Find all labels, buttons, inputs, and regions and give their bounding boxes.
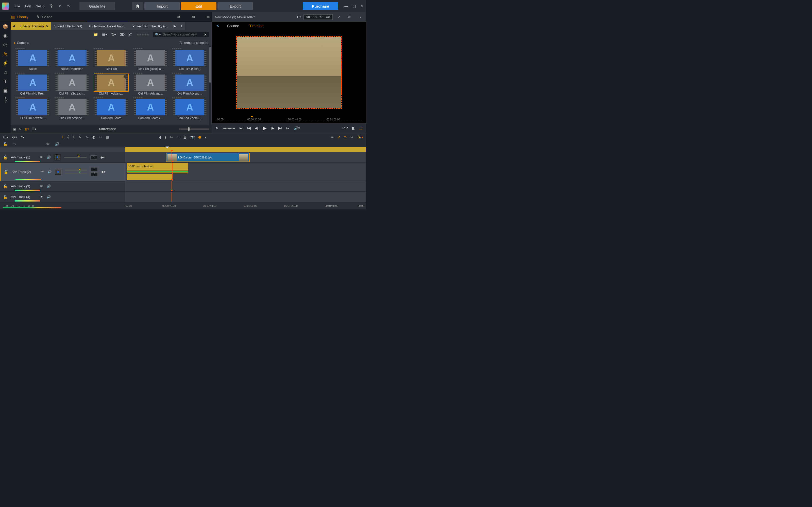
undo-icon[interactable]: ↶ (57, 3, 63, 9)
track-body[interactable]: LO4D.com - Test.avi (125, 163, 366, 181)
expand-icon[interactable]: ⤢ (336, 14, 342, 20)
crop-icon[interactable]: ⬚ (359, 126, 363, 130)
track-eye-icon[interactable]: 👁 (40, 155, 43, 159)
tag-icon[interactable]: 🏷 (129, 33, 132, 37)
library-item[interactable]: ★★★★★ANoise Reduction (54, 47, 91, 71)
sidebar-score-icon[interactable]: 𝄞 (2, 96, 9, 103)
help-icon[interactable]: ❔ (48, 3, 54, 9)
thumbnail-zoom-slider[interactable] (179, 128, 209, 129)
loop-icon[interactable]: ↻ (215, 126, 218, 130)
sidebar-media-icon[interactable]: ◉ (2, 33, 9, 39)
step-fwd-icon[interactable]: ▶Ⅰ (278, 126, 282, 130)
goto-start-icon[interactable]: ⏮ (239, 126, 243, 130)
tabs-add-icon[interactable]: ＋ (178, 22, 185, 30)
menu-setup[interactable]: Setup (34, 3, 46, 9)
maximize-icon[interactable]: ▢ (352, 4, 356, 8)
sidebar-audio-icon[interactable]: ♫ (2, 69, 9, 75)
library-item[interactable]: ★★★★★AOld Film (Color) (171, 47, 208, 71)
library-item[interactable]: ★★★★★APan And Zoom (93, 96, 130, 120)
track-speaker-icon[interactable]: 🔊 (47, 184, 51, 188)
tabs-next-icon[interactable]: ▶ (172, 22, 178, 30)
play-icon[interactable]: ▶ (263, 125, 266, 131)
pip-button[interactable]: PiP (342, 126, 348, 130)
folder-icon[interactable]: 📁 (94, 33, 98, 37)
rating-filter[interactable]: ★★★★★ (136, 33, 149, 37)
sidebar-fx-icon[interactable]: fx (2, 51, 9, 57)
audio-clip-lower[interactable] (127, 174, 172, 180)
close-icon[interactable]: ✕ (361, 4, 364, 8)
razor-icon[interactable]: ✂ (170, 135, 173, 139)
track-lock-icon[interactable]: 🔓 (3, 184, 7, 188)
detach-icon[interactable]: ⧉ (191, 14, 196, 20)
pan-value[interactable]: 0 (91, 167, 98, 171)
library-item[interactable]: ★★★★★APan And Zoom (... (171, 96, 208, 120)
link-sync-icon[interactable]: ⇗ (337, 135, 340, 139)
vol-value[interactable]: 0 (91, 172, 98, 176)
keyframe-grid[interactable] (54, 154, 60, 161)
library-scrollbar[interactable] (209, 46, 211, 125)
sidebar-transitions-icon[interactable]: ⚡ (2, 60, 9, 66)
library-item[interactable]: ★★★★★AOld Film Advanc... (54, 96, 91, 120)
mark-in-icon[interactable]: ◖ (159, 135, 161, 139)
master-speaker-icon[interactable]: 🔊 (55, 142, 59, 146)
marker-pv-icon[interactable]: ◧ (352, 126, 355, 130)
keyframe-grid[interactable] (55, 169, 61, 175)
contrast-icon[interactable]: ◐ (92, 135, 95, 139)
autofix-icon[interactable]: ✨▾ (357, 135, 363, 139)
timeline-view-icon[interactable]: ▭ (12, 142, 16, 146)
magnet-icon[interactable]: ⊃ (344, 135, 347, 139)
list-view-icon[interactable]: ☰▾ (102, 33, 107, 37)
pan-value[interactable]: 0 (90, 155, 97, 160)
track-name[interactable]: A/V Track (1) (11, 155, 36, 159)
menu-file[interactable]: File (13, 3, 22, 9)
voiceover-icon[interactable]: 🎙 (79, 135, 82, 139)
edit-button[interactable]: Edit (181, 2, 216, 10)
redo-icon[interactable]: ↷ (66, 3, 71, 9)
gear-icon[interactable]: ⚙▾ (12, 135, 17, 139)
treble-icon[interactable]: 𝄞 (67, 135, 69, 139)
library-tab-effects[interactable]: Effects: Camera✕ (17, 22, 51, 30)
track-body[interactable] (125, 192, 366, 202)
volume-icon[interactable]: 🔊▾ (294, 126, 300, 130)
library-item[interactable]: ★★★★★AOld Film (Black a... (132, 47, 169, 71)
master-eye-icon[interactable]: 👁 (46, 142, 50, 146)
library-item[interactable]: ★★★★★AOld Film Advanc... (14, 96, 52, 120)
master-lock-icon[interactable]: 🔓 (3, 142, 7, 146)
timecode-field[interactable]: 00:00:20.40 (303, 14, 333, 20)
wave-icon[interactable]: ∿ (86, 135, 89, 139)
tab-close-icon[interactable]: ✕ (46, 24, 47, 28)
editor-mode-tab[interactable]: ✎ Editor (36, 13, 52, 21)
sidebar-collections-icon[interactable]: 🗂 (2, 42, 9, 48)
preview-source-tab[interactable]: Source (227, 23, 239, 28)
tabs-prev-icon[interactable]: ◀ (11, 22, 17, 30)
align-icon[interactable]: ≡▾ (20, 135, 24, 139)
export-button[interactable]: Export (217, 2, 253, 10)
refresh-icon[interactable]: ↻ (19, 127, 21, 131)
library-mode-tab[interactable]: ▤ Library (11, 13, 29, 21)
track-name[interactable]: A/V Track (3) (11, 184, 36, 188)
clear-search-icon[interactable]: ✖ (204, 33, 207, 37)
search-input[interactable] (163, 33, 202, 36)
track-lock-icon[interactable]: 🔓 (3, 155, 7, 160)
home-button[interactable] (132, 2, 143, 10)
preview-playhead[interactable] (250, 116, 253, 123)
link-icon[interactable]: ⚯ (99, 135, 102, 139)
preview-timeline-tab[interactable]: Timeline (249, 23, 264, 28)
screen-icon[interactable]: 🖵▾ (3, 135, 8, 139)
sidebar-disc-icon[interactable]: ▣ (2, 87, 9, 94)
track-name[interactable]: A/V Track (2) (12, 170, 37, 174)
track-lock-icon[interactable]: 🔓 (3, 195, 7, 199)
preview-ruler[interactable]: :00.00 00:00:20.00 00:00:40.00 00:01:00.… (212, 116, 366, 123)
frame-fwd-icon[interactable]: Ⅰ▶ (270, 126, 274, 130)
library-tab-collections[interactable]: Collections: Latest Imp... (86, 22, 129, 30)
trash-icon[interactable]: 🗑 (183, 135, 187, 139)
video-clip[interactable]: LO4D.com - DSC02811.jpg (166, 153, 250, 162)
title-tool-icon[interactable]: T (72, 135, 75, 139)
purchase-button[interactable]: Purchase (303, 2, 338, 10)
library-item[interactable]: ★★★★★AOld Film (Scratch... (54, 72, 91, 95)
mixer-icon[interactable]: ⫴ (62, 135, 63, 139)
library-item[interactable]: ★★★★★AiOld Film Advanc... (93, 72, 130, 95)
trim-mode-icon[interactable]: ⇹ (331, 135, 334, 139)
track-speaker-icon[interactable]: 🔊 (47, 170, 52, 174)
layout-icon[interactable]: ▭ (205, 14, 211, 20)
